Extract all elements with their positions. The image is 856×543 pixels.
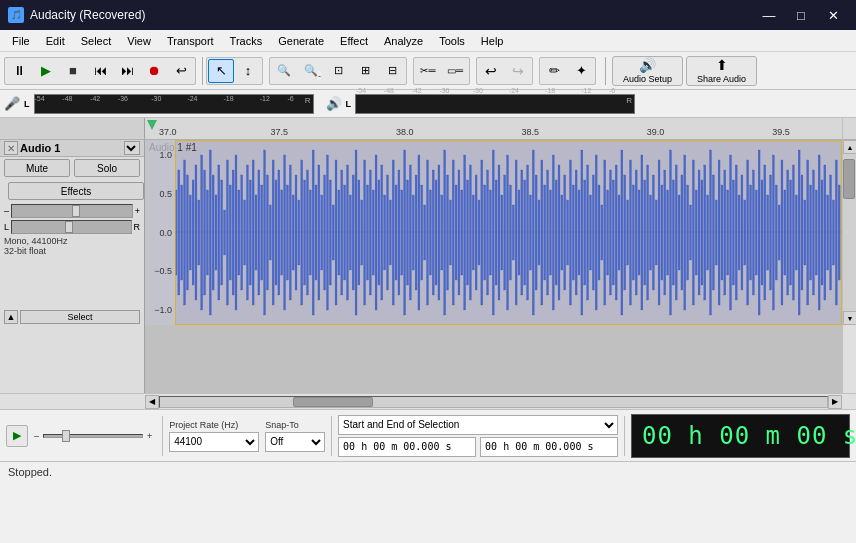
menu-tools[interactable]: Tools [431, 33, 473, 49]
h-scrollbar[interactable]: ◀ ▶ [0, 393, 856, 409]
mute-button[interactable]: Mute [4, 159, 70, 177]
svg-rect-47 [304, 180, 306, 285]
svg-rect-30 [255, 195, 257, 270]
vertical-scrollbar[interactable]: ▲ ▼ [842, 140, 856, 325]
waveform-area[interactable]: Audio 1 #1 1.0 0.5 0.0 −0.5 −1.0 [145, 140, 842, 325]
draw-controls: ✏ ✦ [539, 57, 596, 85]
svg-rect-205 [755, 190, 757, 275]
h-scroll-thumb[interactable] [293, 397, 373, 407]
menu-edit[interactable]: Edit [38, 33, 73, 49]
svg-rect-96 [444, 150, 446, 315]
minimize-button[interactable]: — [754, 5, 784, 25]
h-scroll-left-btn[interactable]: ◀ [145, 395, 159, 409]
svg-rect-144 [581, 150, 583, 315]
svg-rect-86 [415, 175, 417, 290]
playhead-marker[interactable] [147, 120, 157, 130]
pause-button[interactable]: ⏸ [6, 59, 32, 83]
menu-effect[interactable]: Effect [332, 33, 376, 49]
pencil-tool-button[interactable]: ✏ [541, 59, 567, 83]
bottom-play-button[interactable]: ▶ [6, 425, 28, 447]
audio-setup-button[interactable]: 🔊 Audio Setup [612, 56, 683, 86]
svg-rect-134 [552, 155, 554, 310]
loop-button[interactable]: ↩ [168, 59, 194, 83]
trim-button[interactable]: ✂═ [415, 59, 441, 83]
svg-rect-29 [252, 160, 254, 305]
svg-rect-11 [201, 155, 203, 310]
svg-rect-106 [472, 195, 474, 270]
track-close-btn[interactable]: ✕ [4, 141, 18, 155]
track-dropdown[interactable]: ▼ [124, 141, 140, 155]
menu-generate[interactable]: Generate [270, 33, 332, 49]
multi-tool-button[interactable]: ✦ [568, 59, 594, 83]
svg-rect-90 [427, 160, 429, 305]
zoom-toggle-button[interactable]: ⊟ [379, 59, 405, 83]
scroll-up-button[interactable]: ▲ [843, 140, 856, 154]
silence-button[interactable]: ▭═ [442, 59, 468, 83]
svg-rect-166 [644, 180, 646, 285]
volume-slider-thumb[interactable] [72, 205, 80, 217]
zoom-in-button[interactable]: 🔍 [271, 59, 297, 83]
playback-vu-meter[interactable]: -54 -48 -42 -36 -30 -24 -18 -12 -6 R [355, 94, 635, 114]
scroll-down-button[interactable]: ▼ [843, 311, 856, 325]
svg-rect-27 [246, 165, 248, 300]
zoom-out-button[interactable]: 🔍- [298, 59, 324, 83]
empty-track-area[interactable] [0, 325, 856, 393]
svg-rect-98 [449, 200, 451, 265]
maximize-button[interactable]: □ [786, 5, 816, 25]
zoom-fit-project-button[interactable]: ⊞ [352, 59, 378, 83]
track-select-button[interactable]: Select [20, 310, 140, 324]
redo-button[interactable]: ↪ [505, 59, 531, 83]
solo-button[interactable]: Solo [74, 159, 140, 177]
svg-rect-6 [186, 175, 188, 290]
menu-select[interactable]: Select [73, 33, 120, 49]
close-button[interactable]: ✕ [818, 5, 848, 25]
svg-rect-63 [349, 195, 351, 270]
undo-button[interactable]: ↩ [478, 59, 504, 83]
svg-rect-23 [235, 155, 237, 310]
envelope-tool-button[interactable]: ↕ [235, 59, 261, 83]
svg-rect-22 [232, 170, 234, 295]
menu-file[interactable]: File [4, 33, 38, 49]
menu-view[interactable]: View [119, 33, 159, 49]
stop-button[interactable]: ■ [60, 59, 86, 83]
snap-to-select[interactable]: Off [265, 432, 325, 452]
menu-help[interactable]: Help [473, 33, 512, 49]
svg-rect-187 [704, 165, 706, 300]
selection-end-time[interactable] [480, 437, 618, 457]
menu-analyze[interactable]: Analyze [376, 33, 431, 49]
volume-plus-icon: + [135, 206, 140, 216]
svg-rect-146 [587, 165, 589, 300]
selection-start-time[interactable] [338, 437, 476, 457]
big-time-display: 00 h 00 m 00 s [631, 414, 850, 458]
track-collapse-button[interactable]: ▲ [4, 310, 18, 324]
pan-slider-thumb[interactable] [65, 221, 73, 233]
volume-minus-icon: – [4, 206, 9, 216]
project-rate-select[interactable]: 44100 [169, 432, 259, 452]
svg-rect-161 [630, 160, 632, 305]
app-title: Audacity (Recovered) [30, 8, 145, 22]
h-scroll-right-btn[interactable]: ▶ [828, 395, 842, 409]
svg-rect-94 [438, 165, 440, 300]
menu-transport[interactable]: Transport [159, 33, 222, 49]
svg-rect-122 [518, 190, 520, 275]
zoom-fit-selection-button[interactable]: ⊡ [325, 59, 351, 83]
svg-rect-168 [650, 195, 652, 270]
svg-rect-117 [504, 175, 506, 290]
selection-mode-select[interactable]: Start and End of Selection [338, 415, 618, 435]
effects-button[interactable]: Effects [8, 182, 144, 200]
share-audio-button[interactable]: ⬆ Share Audio [686, 56, 757, 86]
svg-rect-45 [298, 200, 300, 265]
record-button[interactable]: ⏺ [141, 59, 167, 83]
play-button[interactable]: ▶ [33, 59, 59, 83]
bottom-vol-slider[interactable] [62, 430, 70, 442]
selection-tool-button[interactable]: ↖ [208, 59, 234, 83]
skip-end-button[interactable]: ⏭ [114, 59, 140, 83]
record-vu-meter[interactable]: -54 -48 -42 -36 -30 -24 -18 -12 -6 R [34, 94, 314, 114]
v-scroll-thumb[interactable] [843, 159, 855, 199]
window-controls: — □ ✕ [754, 5, 848, 25]
menu-tracks[interactable]: Tracks [222, 33, 271, 49]
svg-rect-28 [249, 180, 251, 285]
skip-start-button[interactable]: ⏮ [87, 59, 113, 83]
svg-rect-43 [292, 195, 294, 270]
time-ruler[interactable]: 37.0 37.5 38.0 38.5 39.0 39.5 [145, 118, 842, 140]
